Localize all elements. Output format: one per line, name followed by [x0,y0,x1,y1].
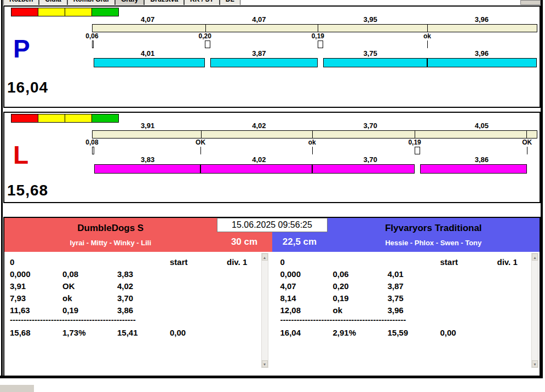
scroll-down-icon[interactable]: ▼ [532,360,538,367]
table-cell: 3,83 [117,269,170,279]
results-panel: DumbleDogs S Iyrai - Mitty - Winky - Lil… [3,217,541,377]
table-row: 0,0000,064,01 [280,268,530,280]
official-split-labels: 3,914,023,704,05 [92,122,537,130]
tab-grafy[interactable]: Grafy [115,0,144,5]
table-cell: 15,68 [10,328,62,337]
scrollbar[interactable]: ▲ ▼ [531,253,538,368]
tab-rozbeh[interactable]: Rozbeh [3,0,39,5]
tab-bar: RozbehCidlaKombi GrafGrafyDruzstvaKK / S… [3,0,518,5]
scroll-down-icon[interactable]: ▼ [262,360,268,367]
table-cell: 15,41 [117,328,170,337]
crossing-ok-line [200,147,201,154]
split-divider [318,25,318,32]
dog-run-segment [420,164,527,174]
tab-kk-st[interactable]: KK / ST [184,0,220,5]
split-divider [205,25,206,32]
official-time-bar [92,130,537,139]
team-members: Iyrai - Mitty - Winky - Lili [4,239,217,247]
dog-time-labels: 3,834,023,703,86 [92,156,537,164]
table-row: 11,630,193,86 [10,304,260,316]
team-right-header: Flyvaryors Traditional Hessie - Phlox - … [328,218,540,252]
table-cell: 0 [10,257,62,267]
table-cell: 2,91% [333,328,388,337]
crossing-ok-line [312,147,313,154]
crossing-ok-line [427,41,428,48]
table-cell: 7,93 [10,293,62,303]
team-name: Flyvaryors Traditional [328,223,540,234]
table-cell: start [170,257,227,267]
team-members: Hessie - Phlox - Swen - Tony [328,239,540,247]
crossing-label: 0,08 [85,139,98,146]
dog-run-segment [427,58,537,67]
crossing-labels: 0,08OKok0,19OK [92,139,537,147]
table-cell: 3,86 [117,305,170,315]
tab-cidla[interactable]: Cidla [39,0,67,5]
scroll-up-icon[interactable]: ▲ [262,253,268,261]
jump-height-right: 22,5 cm [272,232,328,252]
lane-total-time: 15,68 [7,182,48,199]
table-row: 15,681,73%15,410,00 [10,326,260,339]
table-cell: 0,08 [62,269,117,279]
table-row: 0startdiv. 1 [280,256,530,268]
split-divider [415,131,415,138]
table-cell: 12,08 [280,305,333,315]
crossing-ticks [92,41,537,50]
split-divider [312,131,313,138]
crossing-label: ok [308,139,316,146]
official-split-label: 3,95 [363,15,377,24]
table-cell: 4,02 [117,281,170,291]
table-separator: ----------------------------------------… [280,316,433,325]
team-name: DumbleDogs S [4,223,217,234]
status-light [11,8,38,16]
scrollbar[interactable]: ▲ ▼ [261,253,268,368]
table-cell: 1,73% [62,328,117,337]
crossing-label: OK [196,139,205,146]
table-row: 16,042,91%15,590,00 [280,326,530,339]
dog-time-bar [92,164,537,174]
crossing-ticks [92,147,537,156]
table-cell: 0,00 [170,328,227,337]
dog-run-segment [94,164,200,174]
split-divider [201,131,202,138]
scrollbar-fragment[interactable] [520,0,541,5]
table-cell: 3,91 [10,281,62,291]
table-cell: start [440,257,497,267]
split-divider [427,25,428,32]
dog-time-label: 3,75 [363,49,377,57]
status-light [11,114,38,123]
crossing-loss-box [318,41,323,48]
crossing-loss-box [415,147,420,154]
table-row: 0startdiv. 1 [10,256,260,268]
table-row: 3,91OK4,02 [10,280,260,292]
crossing-labels: 0,060,200,19ok [92,32,537,41]
dog-run-segment [323,58,427,67]
status-light [65,8,92,16]
tab-druzstva[interactable]: Druzstva [144,0,184,5]
dog-time-label: 3,83 [141,155,154,164]
dog-time-label: 4,02 [252,155,266,164]
window-corner-fragment [0,385,34,392]
dog-time-label: 3,70 [363,155,377,164]
official-split-label: 3,96 [475,15,489,24]
crossing-loss-box [205,41,210,48]
lane-letter: P [13,36,30,61]
table-cell: 0,19 [62,305,117,315]
results-table: 0startdiv. 10,0000,064,014,070,203,878,1… [280,256,530,339]
scroll-up-icon[interactable]: ▲ [532,253,538,261]
table-row: 7,93ok3,70 [10,292,260,304]
window-border-right [541,0,543,378]
crossing-label: 0,06 [85,32,98,40]
table-cell: 15,59 [388,328,440,337]
table-cell: 4,07 [280,281,333,291]
table-cell: div. 1 [227,257,260,267]
dog-time-labels: 4,013,873,753,96 [92,50,537,58]
tab-dl[interactable]: DL [220,0,240,5]
tab-kombi-graf[interactable]: Kombi Graf [67,0,115,5]
table-cell: 0,00 [440,328,497,337]
team-left-header: DumbleDogs S Iyrai - Mitty - Winky - Lil… [4,218,217,252]
lane-letter: L [13,142,28,168]
table-cell: div. 1 [497,257,530,267]
dog-time-label: 4,01 [141,49,154,57]
dog-run-segment [200,164,312,174]
official-split-label: 3,91 [141,122,154,130]
